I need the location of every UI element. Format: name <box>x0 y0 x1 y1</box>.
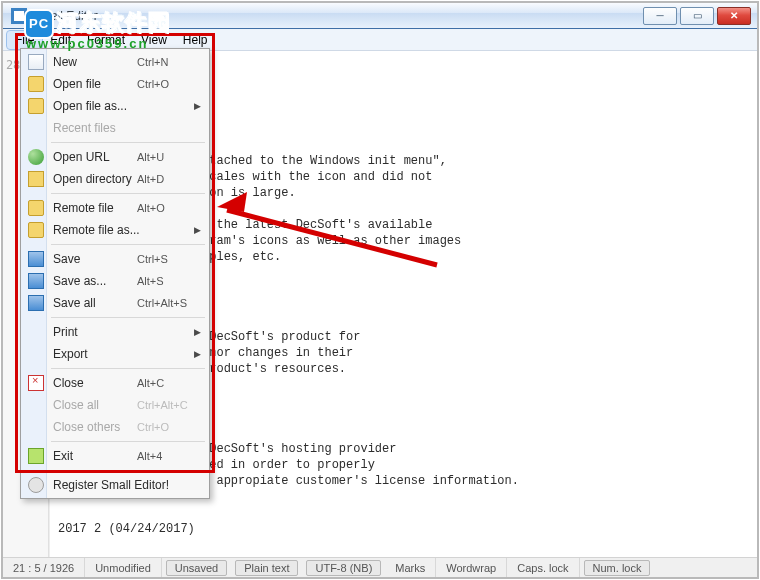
status-filetype[interactable]: Plain text <box>235 560 298 576</box>
globe-icon <box>28 149 44 165</box>
save-all-icon <box>28 295 44 311</box>
menu-item-remote-file[interactable]: Remote fileAlt+O <box>23 197 207 219</box>
new-file-icon <box>28 54 44 70</box>
close-file-icon <box>28 375 44 391</box>
save-icon <box>28 251 44 267</box>
menu-help[interactable]: Help <box>175 31 216 49</box>
menu-item-close-others: Close othersCtrl+O <box>23 416 207 438</box>
submenu-arrow-icon: ▶ <box>194 349 201 359</box>
status-modified: Unmodified <box>85 558 162 577</box>
open-file-icon <box>28 76 44 92</box>
submenu-arrow-icon: ▶ <box>194 101 201 111</box>
menu-item-exit[interactable]: ExitAlt+4 <box>23 445 207 467</box>
file-menu-dropdown: NewCtrl+N Open fileCtrl+O Open file as..… <box>20 48 210 499</box>
app-icon <box>11 8 27 24</box>
close-button[interactable]: ✕ <box>717 7 751 25</box>
menu-item-save-all[interactable]: Save allCtrl+Alt+S <box>23 292 207 314</box>
status-marks: Marks <box>385 558 436 577</box>
exit-icon <box>28 448 44 464</box>
menu-item-open-url[interactable]: Open URLAlt+U <box>23 146 207 168</box>
submenu-arrow-icon: ▶ <box>194 327 201 337</box>
menu-item-save-as[interactable]: Save as...Alt+S <box>23 270 207 292</box>
status-wordwrap: Wordwrap <box>436 558 507 577</box>
menu-item-register[interactable]: Register Small Editor! <box>23 474 207 496</box>
menu-item-export[interactable]: Export▶ <box>23 343 207 365</box>
status-saved[interactable]: Unsaved <box>166 560 227 576</box>
status-numlock[interactable]: Num. lock <box>584 560 651 576</box>
folder-icon <box>28 171 44 187</box>
register-icon <box>28 477 44 493</box>
menu-edit[interactable]: Edit <box>42 31 79 49</box>
menu-view[interactable]: View <box>133 31 175 49</box>
menu-item-recent: Recent files <box>23 117 207 139</box>
menu-item-close[interactable]: CloseAlt+C <box>23 372 207 394</box>
menu-item-print[interactable]: Print▶ <box>23 321 207 343</box>
window-title: Small Editor <box>33 9 98 23</box>
svg-rect-1 <box>14 11 24 21</box>
menu-format[interactable]: Format <box>79 31 133 49</box>
remote-file-icon <box>28 222 44 238</box>
menu-item-remote-file-as[interactable]: Remote file as...▶ <box>23 219 207 241</box>
submenu-arrow-icon: ▶ <box>194 225 201 235</box>
titlebar: Small Editor ─ ▭ ✕ <box>3 3 757 29</box>
remote-file-icon <box>28 200 44 216</box>
menu-item-new[interactable]: NewCtrl+N <box>23 51 207 73</box>
menu-item-save[interactable]: SaveCtrl+S <box>23 248 207 270</box>
menu-item-close-all: Close allCtrl+Alt+C <box>23 394 207 416</box>
status-position: 21 : 5 / 1926 <box>3 558 85 577</box>
minimize-button[interactable]: ─ <box>643 7 677 25</box>
menu-item-open-directory[interactable]: Open directoryAlt+D <box>23 168 207 190</box>
maximize-button[interactable]: ▭ <box>680 7 714 25</box>
menu-item-open[interactable]: Open fileCtrl+O <box>23 73 207 95</box>
menu-item-open-as[interactable]: Open file as...▶ <box>23 95 207 117</box>
save-as-icon <box>28 273 44 289</box>
open-file-icon <box>28 98 44 114</box>
menu-file[interactable]: File <box>7 31 42 49</box>
status-encoding[interactable]: UTF-8 (NB) <box>306 560 381 576</box>
status-capslock: Caps. lock <box>507 558 579 577</box>
statusbar: 21 : 5 / 1926 Unmodified Unsaved Plain t… <box>3 557 757 577</box>
